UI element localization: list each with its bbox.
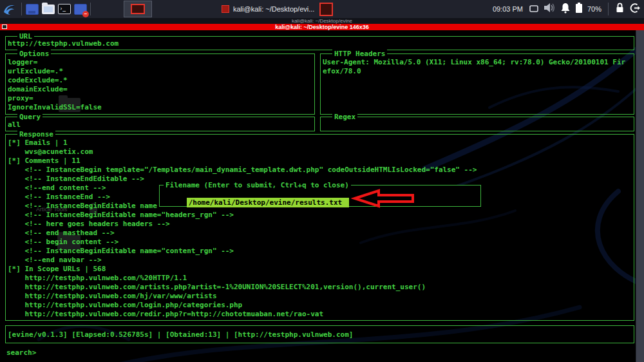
url-value[interactable]: http://testphp.vulnweb.com (6, 37, 634, 46)
response-line: <!-- InstanceBeginEditable name="content… (8, 247, 634, 256)
kali-menu-icon[interactable] (0, 0, 19, 18)
response-line: <!-- begin content --> (8, 238, 634, 247)
search-prompt[interactable]: search> (6, 348, 36, 357)
workspace-switcher[interactable] (124, 1, 152, 17)
terminal-window: Article Tools URL http://testphp.vulnweb… (0, 30, 644, 362)
browser-launcher-icon[interactable] (24, 2, 39, 17)
panel-divider (90, 3, 91, 15)
response-line: http://testphp.vulnweb.com/login.php/cat… (8, 301, 634, 310)
query-pane[interactable]: Query all (5, 117, 315, 131)
regex-value[interactable] (321, 117, 634, 126)
response-line: [*] Emails | 1 (8, 138, 634, 148)
terminal-launcher-icon[interactable]: ›_ (57, 2, 71, 17)
option-line: IgnoreInvalidSSL=false (8, 103, 314, 112)
option-line: codeExclude=.* (8, 76, 314, 85)
taskbar-window-title: kali@kali: ~/Desktop/evi... (233, 5, 314, 13)
window-preview-thumbnail[interactable] (319, 3, 333, 16)
terminal-titlebar-icon (2, 24, 7, 29)
logout-icon[interactable] (629, 3, 640, 16)
http-headers-pane[interactable]: HTTP Headers User-Agent: Mozilla/5.0 (X1… (320, 53, 634, 115)
response-line: <!-- InstanceBeginEditable name="headers… (8, 211, 634, 220)
notifications-bell-icon[interactable] (560, 3, 571, 16)
app-launcher-badged-icon[interactable]: − (73, 2, 88, 17)
response-line: http://testphp.vulnweb.com/%20HTTP/1.1 (8, 274, 634, 283)
options-pane-label: Options (17, 50, 51, 59)
response-line: [*] Comments | 11 (8, 157, 634, 166)
option-line: urlExclude=.* (8, 67, 314, 76)
option-line: proxy= (8, 94, 314, 103)
query-pane-label: Query (17, 113, 43, 122)
option-line: domainExclude= (8, 85, 314, 94)
option-line: logger= (8, 58, 314, 67)
filename-dialog[interactable]: Filename (Enter to submit, Ctrl+q to clo… (159, 185, 481, 207)
options-pane[interactable]: Options logger= urlExclude=.* codeExclud… (5, 53, 315, 115)
window-thumbnail-icon (131, 4, 145, 14)
file-manager-launcher-icon[interactable] (41, 2, 55, 17)
response-line: wvs@acunetix.com (8, 148, 634, 157)
query-value[interactable]: all (6, 117, 314, 126)
status-bar-pane: [evine/v0.1.3] [Elapsed:0.526785s] | [Ob… (5, 325, 634, 343)
background-window-title: kali@kali: ~/Desktop/evine (292, 18, 352, 24)
header-line: efox/78.0 (323, 67, 634, 76)
status-bar-text: [evine/v0.1.3] [Elapsed:0.526785s] | [Ob… (6, 326, 634, 335)
battery-percent: 70% (587, 5, 601, 13)
response-line: http://testphp.vulnweb.com/redir.php?r=h… (8, 310, 634, 319)
header-line: User-Agent: Mozilla/5.0 (X11; Linux x86_… (323, 58, 634, 67)
filename-input-value: /home/kali/Desktop/evine/results.txt (187, 198, 349, 207)
response-line: <!-- InstanceBegin template="/Templates/… (8, 166, 634, 175)
response-line: http://testphp.vulnweb.com/artists.php?a… (8, 283, 634, 292)
response-line: [*] In Scope URLs | 568 (8, 265, 634, 274)
clock[interactable]: 09:03 PM (493, 5, 523, 13)
response-pane-label: Response (17, 130, 55, 139)
filename-dialog-label: Filename (Enter to submit, Ctrl+q to clo… (164, 181, 351, 190)
panel-divider (21, 3, 22, 15)
response-pane[interactable]: Response [*] Emails | 1 wvs@acunetix.com… (5, 134, 634, 321)
response-line: <!-- end masthead --> (8, 229, 634, 238)
regex-pane-label: Regex (332, 113, 357, 122)
response-line: <!--end navbar --> (8, 256, 634, 265)
taskbar-window-button[interactable]: kali@kali: ~/Desktop/evi... (219, 0, 317, 18)
response-line: http://testphp.vulnweb.com/hj/var/www/ar… (8, 292, 634, 301)
panel-divider (608, 3, 609, 15)
battery-icon[interactable] (575, 3, 583, 16)
terminal-window-icon (222, 5, 229, 13)
volume-icon[interactable] (543, 2, 556, 16)
regex-pane[interactable]: Regex (320, 117, 634, 131)
response-line: <!-- here goes headers headers --> (8, 220, 634, 229)
url-pane-label: URL (17, 32, 34, 41)
terminal-title: kali@kali: ~/Desktop/evine 146x36 (275, 24, 369, 30)
terminal-titlebar[interactable]: kali@kali: ~/Desktop/evine 146x36 (0, 24, 644, 30)
display-icon[interactable] (529, 3, 538, 15)
annotation-arrow-icon (351, 189, 415, 211)
top-panel: ›_ − kali@kali: ~/Desktop/evi... 09:03 P… (0, 0, 644, 18)
url-pane[interactable]: URL http://testphp.vulnweb.com (5, 36, 634, 50)
background-window-titlebar: kali@kali: ~/Desktop/evine (0, 18, 644, 24)
http-headers-pane-label: HTTP Headers (332, 50, 387, 59)
terminal-scrollbar[interactable] (636, 30, 644, 362)
lock-screen-icon[interactable] (615, 3, 625, 15)
